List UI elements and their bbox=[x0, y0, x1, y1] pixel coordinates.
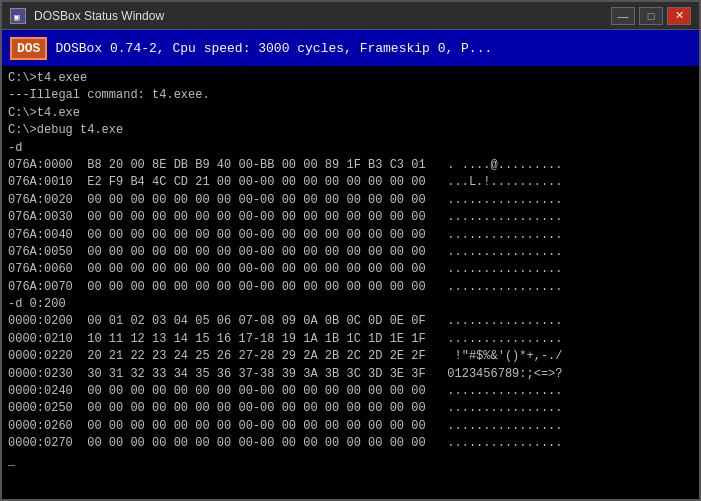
terminal-line: 076A:0020 00 00 00 00 00 00 00 00-00 00 … bbox=[8, 192, 693, 209]
terminal-line: 076A:0070 00 00 00 00 00 00 00 00-00 00 … bbox=[8, 279, 693, 296]
window-icon: ▣ bbox=[10, 8, 26, 24]
terminal-line: 076A:0010 E2 F9 B4 4C CD 21 00 00-00 00 … bbox=[8, 174, 693, 191]
title-bar-label: DOSBox Status Window bbox=[34, 9, 603, 23]
close-button[interactable]: ✕ bbox=[667, 7, 691, 25]
terminal-line: 0000:0220 20 21 22 23 24 25 26 27-28 29 … bbox=[8, 348, 693, 365]
terminal-line: 076A:0040 00 00 00 00 00 00 00 00-00 00 … bbox=[8, 227, 693, 244]
terminal-line: -d 0:200 bbox=[8, 296, 693, 313]
terminal-line: 0000:0200 00 01 02 03 04 05 06 07-08 09 … bbox=[8, 313, 693, 330]
terminal-line: -d bbox=[8, 140, 693, 157]
dosbox-header-text: DOSBox 0.74-2, Cpu speed: 3000 cycles, F… bbox=[55, 41, 492, 56]
terminal-line: 0000:0210 10 11 12 13 14 15 16 17-18 19 … bbox=[8, 331, 693, 348]
terminal-line: C:\>debug t4.exe bbox=[8, 122, 693, 139]
terminal-line: 0000:0270 00 00 00 00 00 00 00 00-00 00 … bbox=[8, 435, 693, 452]
terminal-line: 076A:0030 00 00 00 00 00 00 00 00-00 00 … bbox=[8, 209, 693, 226]
dosbox-window: ▣ DOSBox Status Window — □ ✕ DOS DOSBox … bbox=[0, 0, 701, 501]
terminal-line: 076A:0060 00 00 00 00 00 00 00 00-00 00 … bbox=[8, 261, 693, 278]
terminal-line: 0000:0230 30 31 32 33 34 35 36 37-38 39 … bbox=[8, 366, 693, 383]
terminal-line: C:\>t4.exee bbox=[8, 70, 693, 87]
dosbox-header-bar: DOS DOSBox 0.74-2, Cpu speed: 3000 cycle… bbox=[2, 30, 699, 66]
svg-text:▣: ▣ bbox=[14, 12, 20, 22]
minimize-button[interactable]: — bbox=[611, 7, 635, 25]
terminal-line: ---Illegal command: t4.exee. bbox=[8, 87, 693, 104]
terminal-line: C:\>t4.exe bbox=[8, 105, 693, 122]
terminal-output[interactable]: C:\>t4.exee---Illegal command: t4.exee.C… bbox=[2, 66, 699, 499]
title-bar: ▣ DOSBox Status Window — □ ✕ bbox=[2, 2, 699, 30]
terminal-line: _ bbox=[8, 453, 693, 470]
maximize-button[interactable]: □ bbox=[639, 7, 663, 25]
window-controls: — □ ✕ bbox=[611, 7, 691, 25]
terminal-line: 076A:0000 B8 20 00 8E DB B9 40 00-BB 00 … bbox=[8, 157, 693, 174]
terminal-line: 0000:0260 00 00 00 00 00 00 00 00-00 00 … bbox=[8, 418, 693, 435]
terminal-line: 0000:0240 00 00 00 00 00 00 00 00-00 00 … bbox=[8, 383, 693, 400]
dosbox-logo: DOS bbox=[10, 37, 47, 60]
terminal-line: 0000:0250 00 00 00 00 00 00 00 00-00 00 … bbox=[8, 400, 693, 417]
terminal-line: 076A:0050 00 00 00 00 00 00 00 00-00 00 … bbox=[8, 244, 693, 261]
